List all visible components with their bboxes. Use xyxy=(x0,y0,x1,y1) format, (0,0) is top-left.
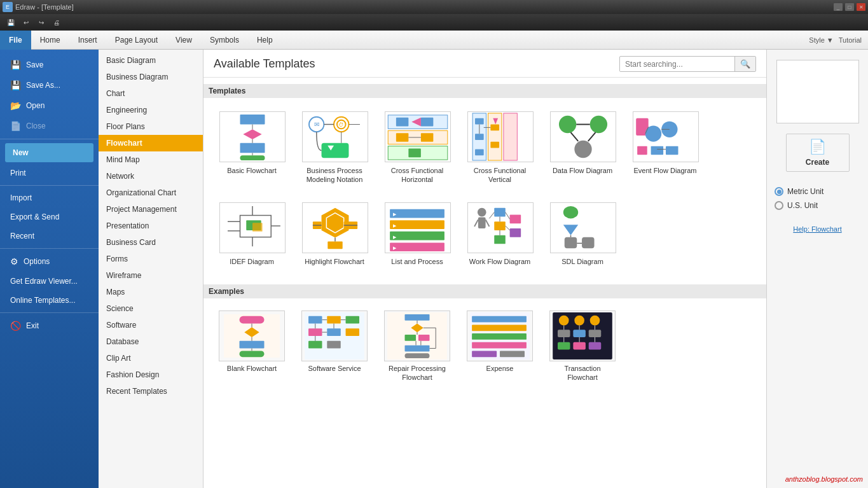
template-label-list-process: List and Process xyxy=(385,257,450,266)
unit-metric[interactable]: Metric Unit xyxy=(775,187,860,196)
minimize-btn[interactable]: _ xyxy=(834,3,843,11)
svg-rect-125 xyxy=(405,353,430,358)
create-button[interactable]: 📄 Create xyxy=(786,134,850,172)
ribbon-tab-view[interactable]: View xyxy=(167,31,201,50)
cat-org-chart[interactable]: Organizational Chart xyxy=(99,185,203,201)
svg-rect-110 xyxy=(346,328,359,336)
menu-save-as-label: Save As... xyxy=(26,81,60,90)
menu-get-viewer[interactable]: Get Edraw Viewer... xyxy=(0,272,99,291)
cat-maps[interactable]: Maps xyxy=(99,284,203,300)
ribbon-tab-help[interactable]: Help xyxy=(248,31,282,50)
list-process-svg: ▶ ▶ ▶ ▶ xyxy=(385,203,450,253)
template-bpmn[interactable]: ✉ ⏱ Business Process Modeling No xyxy=(296,106,373,190)
template-sdl[interactable]: SDL Diagram xyxy=(544,197,621,272)
cat-recent-templates[interactable]: Recent Templates xyxy=(99,383,203,400)
svg-rect-136 xyxy=(472,333,527,340)
menu-open[interactable]: 📂 Open xyxy=(0,95,99,116)
ribbon-tab-insert[interactable]: Insert xyxy=(69,31,106,50)
template-thumb-idef xyxy=(219,202,286,253)
template-label-cross-func-v: Cross Functional Vertical xyxy=(467,166,532,185)
ribbon-tab-home[interactable]: Home xyxy=(31,31,69,50)
close-btn[interactable]: ✕ xyxy=(857,3,865,11)
radio-metric-fill xyxy=(777,190,782,194)
template-cross-func-h[interactable]: Cross Functional Horizontal xyxy=(379,106,455,190)
template-idef[interactable]: IDEF Diagram xyxy=(214,197,290,272)
cat-chart[interactable]: Chart xyxy=(99,85,203,102)
main-layout: 💾 Save 💾 Save As... 📂 Open 📄 Close New P… xyxy=(0,50,868,488)
cat-mind-map[interactable]: Mind Map xyxy=(99,151,203,168)
qa-undo[interactable]: ↩ xyxy=(20,17,32,28)
svg-rect-123 xyxy=(418,335,430,341)
menu-save[interactable]: 💾 Save xyxy=(0,55,99,75)
menu-options[interactable]: ⚙ Options xyxy=(0,251,99,272)
svg-rect-99 xyxy=(240,341,265,349)
cat-presentation[interactable]: Presentation xyxy=(99,218,203,234)
template-cross-func-v[interactable]: Cross Functional Vertical xyxy=(462,106,538,190)
example-thumb-repair-processing xyxy=(384,310,450,361)
ribbon-tutorial[interactable]: Tutorial xyxy=(839,36,862,44)
help-link[interactable]: Help: Flowchart xyxy=(793,225,841,233)
cat-clip-art[interactable]: Clip Art xyxy=(99,350,203,366)
qa-redo[interactable]: ↪ xyxy=(36,17,47,28)
cat-network[interactable]: Network xyxy=(99,168,203,185)
example-software-service[interactable]: Software Service xyxy=(296,306,373,387)
cat-flowchart[interactable]: Flowchart xyxy=(99,135,203,151)
example-blank-flowchart[interactable]: Blank Flowchart xyxy=(214,306,290,387)
search-input[interactable] xyxy=(620,57,734,71)
ribbon-tab-file[interactable]: File xyxy=(0,31,31,50)
svg-rect-68 xyxy=(390,209,444,218)
example-thumb-expense xyxy=(467,310,533,361)
cat-project-mgmt[interactable]: Project Management xyxy=(99,201,203,218)
menu-export[interactable]: Export & Send xyxy=(0,207,99,227)
template-list-process[interactable]: ▶ ▶ ▶ ▶ List and Process xyxy=(379,197,455,272)
svg-rect-148 xyxy=(573,342,586,350)
example-repair-processing[interactable]: Repair Processing Flowchart xyxy=(379,306,455,387)
template-label-bpmn: Business Process Modeling Notation xyxy=(302,166,367,185)
template-thumb-workflow xyxy=(467,202,534,253)
content-area: Available Templates 🔍 Templates xyxy=(203,50,766,488)
menu-print[interactable]: Print xyxy=(0,164,99,183)
template-highlight[interactable]: Highlight Flowchart xyxy=(296,197,373,272)
cat-business-diagram[interactable]: Business Diagram xyxy=(99,69,203,85)
example-transaction-flowchart[interactable]: Transaction Flowchart xyxy=(544,306,621,387)
cat-forms[interactable]: Forms xyxy=(99,251,203,267)
menu-close[interactable]: 📄 Close xyxy=(0,116,99,136)
cat-engineering[interactable]: Engineering xyxy=(99,102,203,118)
template-thumb-event-flow xyxy=(633,111,699,162)
cat-fashion-design[interactable]: Fashion Design xyxy=(99,366,203,383)
menu-save-as[interactable]: 💾 Save As... xyxy=(0,75,99,95)
template-data-flow[interactable]: Data Flow Diagram xyxy=(544,106,621,190)
svg-rect-92 xyxy=(565,237,577,248)
cat-science[interactable]: Science xyxy=(99,300,203,317)
template-thumb-sdl xyxy=(550,202,616,253)
svg-rect-54 xyxy=(252,223,263,232)
ribbon-style[interactable]: Style ▼ xyxy=(809,36,833,44)
cat-business-card[interactable]: Business Card xyxy=(99,234,203,251)
menu-new[interactable]: New xyxy=(5,143,93,162)
menu-close-label: Close xyxy=(26,122,46,130)
template-event-flow[interactable]: Event Flow Diagram xyxy=(627,106,703,190)
cat-basic-diagram[interactable]: Basic Diagram xyxy=(99,52,203,69)
template-workflow[interactable]: Work Flow Diagram xyxy=(462,197,538,272)
menu-recent[interactable]: Recent xyxy=(0,227,99,246)
svg-rect-64 xyxy=(327,241,342,249)
maximize-btn[interactable]: □ xyxy=(845,3,854,11)
cat-software[interactable]: Software xyxy=(99,317,203,333)
ribbon-tab-symbols[interactable]: Symbols xyxy=(201,31,248,50)
ribbon-tab-page-layout[interactable]: Page Layout xyxy=(106,31,167,50)
qa-save[interactable]: 💾 xyxy=(5,17,17,28)
cat-wireframe[interactable]: Wireframe xyxy=(99,267,203,284)
qa-print[interactable]: 🖨 xyxy=(51,17,62,28)
menu-exit[interactable]: 🚫 Exit xyxy=(0,316,99,336)
menu-import[interactable]: Import xyxy=(0,188,99,207)
cat-floor-plans[interactable]: Floor Plans xyxy=(99,118,203,135)
svg-line-78 xyxy=(474,220,478,227)
template-basic-flowchart[interactable]: Basic Flowchart xyxy=(214,106,290,190)
unit-us[interactable]: U.S. Unit xyxy=(775,201,860,210)
menu-online-templates[interactable]: Online Templates... xyxy=(0,291,99,310)
bpmn-svg: ✉ ⏱ xyxy=(303,112,368,162)
svg-rect-124 xyxy=(405,345,430,352)
example-expense[interactable]: Expense xyxy=(462,306,538,387)
cat-database[interactable]: Database xyxy=(99,333,203,350)
search-button[interactable]: 🔍 xyxy=(734,57,755,71)
